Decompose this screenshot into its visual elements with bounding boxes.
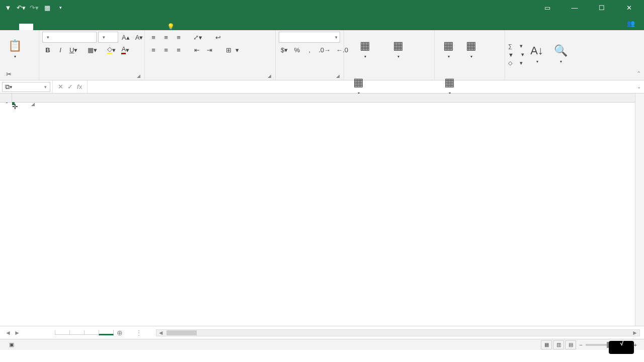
tab-edc[interactable] — [132, 24, 146, 30]
bold-button[interactable]: B — [42, 44, 53, 55]
enter-formula-icon[interactable]: ✓ — [67, 83, 73, 90]
column-headers[interactable] — [12, 94, 635, 103]
tab-insert[interactable] — [33, 24, 47, 30]
font-name-combo[interactable]: ▾ — [42, 32, 97, 43]
sheet-tab-exercise[interactable] — [69, 330, 85, 335]
sheet-tab-original[interactable] — [55, 330, 70, 335]
find-select-button[interactable]: 🔍 — [549, 37, 572, 72]
tab-home[interactable] — [19, 24, 33, 30]
dialog-launcher-icon[interactable]: ◢ — [137, 73, 140, 78]
comma-button[interactable]: , — [304, 44, 315, 55]
watermark: √ — [609, 341, 634, 354]
borders-button[interactable]: ▦▾ — [86, 44, 99, 55]
tab-formulas[interactable] — [61, 24, 75, 30]
increase-indent-button[interactable]: ⇥ — [204, 44, 215, 55]
decrease-font-button[interactable]: A▾ — [133, 32, 145, 43]
zoom-out-button[interactable]: − — [579, 342, 582, 348]
group-number: ◢ — [279, 77, 341, 80]
cut-button[interactable]: ✂ — [3, 68, 14, 79]
tab-review[interactable] — [90, 24, 104, 30]
collapse-ribbon-icon[interactable]: ⌃ — [636, 70, 641, 77]
paste-button[interactable]: 📋 — [3, 32, 26, 67]
new-sheet-button[interactable]: ⊕ — [114, 329, 126, 337]
sheet-tab-pl[interactable] — [99, 330, 114, 335]
name-box[interactable]: ▾ — [2, 82, 50, 92]
tab-powerpivot[interactable] — [146, 24, 160, 30]
tab-file[interactable] — [5, 24, 19, 30]
zoom-in-button[interactable]: + — [634, 342, 637, 348]
fill-color-button[interactable]: ◇▾ — [105, 44, 118, 55]
sheet-tab-workings[interactable] — [84, 330, 99, 335]
select-all-corner[interactable] — [0, 94, 12, 103]
font-color-button[interactable]: A▾ — [119, 44, 131, 55]
view-normal-button[interactable]: ▦ — [541, 340, 552, 349]
delete-icon: ▦ — [466, 40, 476, 52]
ribbon-tabs: 💡 👥 — [0, 15, 644, 30]
italic-button[interactable]: I — [55, 44, 66, 55]
redo-icon[interactable]: ↷▾ — [30, 4, 38, 12]
percent-button[interactable]: % — [291, 44, 302, 55]
merge-center-button[interactable]: ⊞▾ — [224, 44, 241, 55]
lightbulb-icon: 💡 — [167, 23, 175, 30]
vertical-scrollbar[interactable] — [635, 94, 644, 326]
maximize-button[interactable]: ☐ — [592, 0, 612, 15]
close-button[interactable]: ✕ — [619, 0, 639, 15]
increase-decimal-button[interactable]: .0→ — [316, 44, 333, 55]
sheet-nav-next-icon[interactable]: ► — [14, 329, 20, 336]
format-as-table-button[interactable]: ▦ — [384, 32, 412, 67]
align-left-button[interactable]: ≡ — [148, 44, 159, 55]
wrap-text-button[interactable]: ↩ — [213, 32, 225, 43]
share-icon: 👥 — [627, 20, 635, 27]
tab-pagelayout[interactable] — [47, 24, 61, 30]
grid[interactable]: ✛ — [0, 94, 644, 326]
grid-icon[interactable]: ▦ — [43, 4, 51, 12]
fx-icon[interactable]: fx — [77, 83, 82, 90]
decrease-indent-button[interactable]: ⇤ — [191, 44, 202, 55]
align-middle-button[interactable]: ≡ — [160, 32, 172, 43]
accounting-button[interactable]: $▾ — [279, 44, 290, 55]
number-format-combo[interactable]: ▾ — [279, 32, 340, 43]
align-bottom-button[interactable]: ≡ — [173, 32, 184, 43]
cursor-cross-icon: ✛ — [12, 103, 18, 111]
filter-icon[interactable]: ▼ — [4, 4, 12, 12]
tab-splitter[interactable]: ⋮ — [136, 329, 142, 336]
qat-more-icon[interactable]: ▾ — [56, 4, 64, 12]
minimize-button[interactable]: ― — [565, 0, 585, 15]
tab-data[interactable] — [75, 24, 90, 30]
view-pagelayout-button[interactable]: ▥ — [553, 340, 564, 349]
tellme-box[interactable]: 💡 — [160, 23, 620, 30]
tab-developer[interactable] — [118, 24, 132, 30]
sigma-icon: ∑ — [508, 43, 512, 49]
align-right-button[interactable]: ≡ — [173, 44, 184, 55]
dialog-launcher-icon[interactable]: ◢ — [336, 73, 340, 78]
fill-down-icon: ▼ — [508, 52, 514, 58]
expand-formula-icon[interactable]: ⌄ — [634, 84, 644, 89]
sheet-nav-prev-icon[interactable]: ◄ — [5, 329, 11, 336]
macro-record-icon[interactable]: ▣ — [9, 341, 14, 348]
clear-button[interactable]: ◇ ▾ — [508, 60, 524, 66]
font-size-combo[interactable]: ▾ — [98, 32, 118, 43]
undo-icon[interactable]: ↶▾ — [17, 4, 25, 12]
formula-bar: ▾ ✕ ✓ fx ⌄ — [0, 80, 644, 94]
align-center-button[interactable]: ≡ — [160, 44, 172, 55]
orientation-button[interactable]: ⤢▾ — [191, 32, 204, 43]
tab-view[interactable] — [104, 24, 118, 30]
ribbon-display-icon[interactable]: ▭ — [537, 0, 557, 15]
fill-button[interactable]: ▼ ▾ — [508, 51, 524, 58]
share-button[interactable]: 👥 — [620, 17, 644, 30]
titlebar: ▼ ↶▾ ↷▾ ▦ ▾ ▭ ― ☐ ✕ — [0, 0, 644, 15]
increase-font-button[interactable]: A▴ — [120, 32, 132, 43]
underline-button[interactable]: U▾ — [67, 44, 79, 55]
delete-cells-button[interactable]: ▦ — [460, 32, 481, 67]
align-top-button[interactable]: ≡ — [148, 32, 159, 43]
sort-icon: A↓ — [530, 45, 543, 57]
autosum-button[interactable]: ∑ ▾ — [508, 43, 524, 49]
cancel-formula-icon[interactable]: ✕ — [58, 83, 63, 90]
status-bar: ▣ ▦ ▥ ▤ − + — [0, 339, 644, 350]
conditional-formatting-button[interactable]: ▦ — [347, 32, 382, 67]
view-pagebreak-button[interactable]: ▤ — [565, 340, 576, 349]
horizontal-scrollbar[interactable]: ◄► — [156, 329, 640, 336]
sort-filter-button[interactable]: A↓ — [526, 37, 548, 72]
insert-cells-button[interactable]: ▦ — [438, 32, 459, 67]
dialog-launcher-icon[interactable]: ◢ — [268, 73, 271, 78]
